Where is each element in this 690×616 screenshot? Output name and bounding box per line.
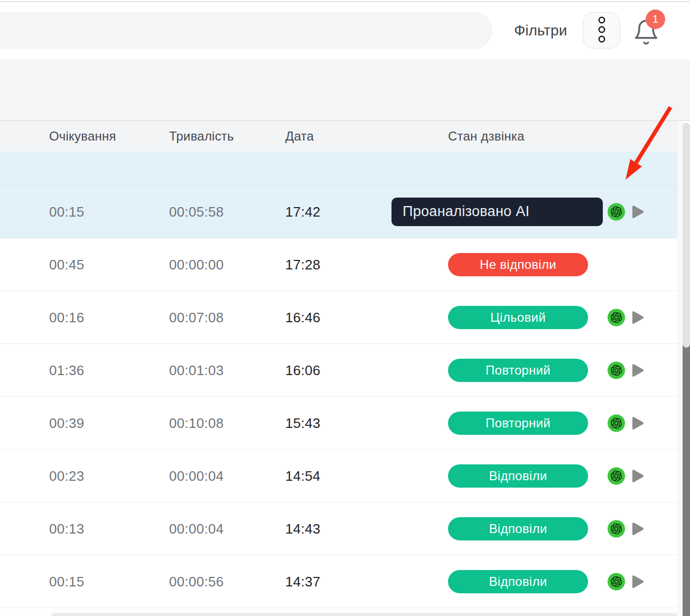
ai-analysis-button[interactable]: [608, 414, 625, 432]
date-cell: 14:54: [285, 468, 321, 484]
date-cell: 15:43: [285, 415, 321, 431]
waiting-cell: 00:13: [49, 520, 85, 537]
column-header-duration: Тривалість: [169, 129, 234, 144]
play-button[interactable]: [629, 574, 645, 590]
duration-cell: 00:05:58: [169, 203, 224, 220]
search-input[interactable]: [0, 12, 492, 49]
duration-cell: 00:00:56: [169, 573, 224, 590]
date-cell: 16:06: [285, 362, 321, 378]
top-divider: [0, 1, 690, 2]
play-button[interactable]: [629, 415, 645, 431]
duration-cell: 00:00:04: [169, 468, 224, 484]
openai-logo-icon: [611, 206, 622, 217]
call-status-badge: Проаналізовано AI: [391, 198, 603, 226]
duration-cell: 00:07:08: [169, 309, 224, 325]
call-status-badge: Цільовий: [448, 306, 588, 329]
table-right-gutter: [677, 121, 683, 616]
ai-analysis-button[interactable]: [608, 203, 625, 220]
openai-logo-icon: [611, 365, 622, 376]
call-status-badge: Повторний: [448, 359, 588, 382]
waiting-cell: 00:16: [49, 309, 85, 325]
play-button[interactable]: [629, 521, 645, 537]
waiting-cell: 00:23: [49, 468, 85, 484]
call-status-badge: Відповіли: [448, 464, 588, 488]
table-header: Очікування Тривалість Дата Стан дзвінка: [0, 121, 677, 152]
table-body: 00:15 00:05:58 17:42 Проаналізовано AI: [0, 152, 677, 608]
play-triangle-icon: [629, 415, 645, 431]
table-row[interactable]: [0, 152, 677, 185]
call-status-badge: Відповіли: [448, 570, 588, 593]
play-button[interactable]: [629, 468, 645, 484]
play-button[interactable]: [629, 362, 645, 378]
openai-logo-icon: [611, 576, 622, 587]
scrollbar-track[interactable]: [683, 338, 690, 616]
table-row[interactable]: 00:16 00:07:08 16:46 Цільовий: [0, 291, 677, 344]
more-options-button[interactable]: [583, 12, 620, 49]
date-cell: 17:42: [285, 203, 321, 220]
waiting-cell: 00:15: [49, 573, 85, 590]
table-row[interactable]: 00:15 00:00:56 14:37 Відповіли: [0, 555, 677, 608]
table-row[interactable]: 00:23 00:00:04 14:54 Відповіли: [0, 450, 677, 502]
duration-cell: 00:00:00: [169, 256, 224, 273]
duration-cell: 00:10:08: [169, 415, 224, 431]
table-row[interactable]: 01:36 00:01:03 16:06 Повторний: [0, 344, 677, 397]
table-row[interactable]: 00:13 00:00:04 14:43 Відповіли: [0, 502, 677, 555]
duration-cell: 00:01:03: [169, 362, 224, 378]
ai-analysis-button[interactable]: [608, 361, 625, 379]
openai-logo-icon: [611, 523, 622, 534]
date-cell: 14:37: [285, 573, 321, 590]
ai-analysis-button[interactable]: [608, 309, 625, 326]
waiting-cell: 00:45: [49, 256, 85, 273]
call-status-badge: Не відповіли: [448, 253, 588, 276]
ai-analysis-button[interactable]: [608, 573, 625, 590]
openai-logo-icon: [611, 417, 622, 428]
scrollbar-thumb[interactable]: [683, 123, 690, 348]
play-triangle-icon: [629, 574, 645, 590]
column-header-waiting: Очікування: [49, 129, 116, 144]
column-header-call-status: Стан дзвінка: [448, 129, 524, 144]
filters-button[interactable]: Фільтри: [514, 12, 567, 49]
ai-analysis-button[interactable]: [608, 520, 625, 537]
play-triangle-icon: [629, 204, 645, 220]
call-status-badge: Відповіли: [448, 517, 588, 540]
kebab-vertical-dots-icon: [598, 16, 606, 45]
date-cell: 14:43: [285, 520, 321, 537]
ai-analysis-button[interactable]: [608, 467, 625, 484]
openai-logo-icon: [611, 312, 622, 323]
play-triangle-icon: [629, 521, 645, 537]
notifications-button[interactable]: 1: [631, 16, 664, 48]
play-button[interactable]: [629, 310, 645, 325]
play-triangle-icon: [629, 468, 645, 484]
table-row[interactable]: 00:45 00:00:00 17:28 Не відповіли: [0, 238, 677, 291]
notification-badge: 1: [646, 10, 665, 29]
column-header-date: Дата: [285, 129, 314, 144]
date-cell: 16:46: [285, 309, 321, 325]
table-row[interactable]: 00:39 00:10:08 15:43 Повторний: [0, 397, 677, 450]
table-row[interactable]: 00:15 00:05:58 17:42 Проаналізовано AI: [0, 185, 677, 238]
calls-screen: Фільтри 1 Очікування Тривалість Дата Ста…: [0, 0, 690, 616]
hero-section: [0, 59, 690, 121]
call-status-badge: Повторний: [448, 412, 588, 435]
play-button[interactable]: [629, 204, 645, 220]
duration-cell: 00:00:04: [169, 520, 224, 537]
play-triangle-icon: [629, 310, 645, 325]
openai-logo-icon: [611, 470, 622, 481]
waiting-cell: 00:15: [49, 203, 85, 220]
next-section-top-edge: [51, 613, 677, 616]
waiting-cell: 01:36: [49, 362, 85, 378]
play-triangle-icon: [629, 362, 645, 378]
date-cell: 17:28: [285, 256, 321, 273]
waiting-cell: 00:39: [49, 415, 85, 431]
